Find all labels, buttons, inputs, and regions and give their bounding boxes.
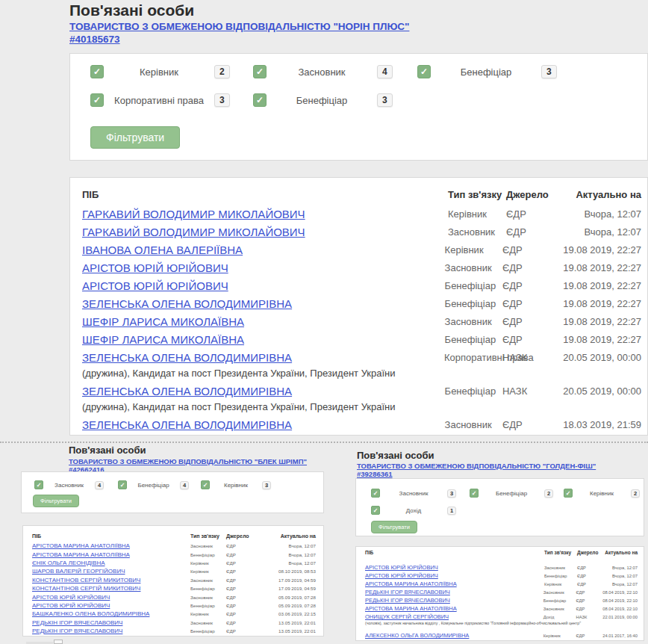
checkbox-checked-icon[interactable]: ✓ bbox=[253, 93, 267, 107]
person-link[interactable]: АРІСТОВ ЮРІЙ ЮРІЙОВИЧ bbox=[82, 261, 445, 274]
count-badge: 4 bbox=[377, 65, 393, 78]
person-row: АРІСТОВ ЮРІЙ ЮРІЙОВИЧБенефіціарЄДР05.09 … bbox=[23, 601, 323, 610]
source: ЄДР bbox=[226, 628, 258, 634]
source: ЄДР bbox=[502, 419, 563, 430]
table-header: ПІБ Тип зв'язку Джерело Актуально на bbox=[70, 178, 647, 205]
source: НАЗК bbox=[576, 615, 602, 619]
person-link[interactable]: АРІСТОВА МАРИНА АНАТОЛІЇВНА bbox=[32, 542, 190, 549]
checkbox-checked-icon[interactable]: ✓ bbox=[470, 489, 479, 498]
checkbox-checked-icon[interactable]: ✓ bbox=[90, 65, 104, 78]
person-link[interactable]: ГАРКАВИЙ ВОЛОДИМИР МИКОЛАЙОВИЧ bbox=[82, 226, 448, 238]
filter-item: ✓ Засновник 4 bbox=[34, 480, 104, 489]
checkbox-checked-icon[interactable]: ✓ bbox=[201, 480, 210, 489]
filter-label: Засновник bbox=[267, 66, 377, 78]
person-link[interactable]: АРІСТОВА МАРИНА АНАТОЛІЇВНА bbox=[365, 605, 543, 612]
company-link[interactable]: ТОВАРИСТВО З ОБМЕЖЕНОЮ ВІДПОВІДАЛЬНІСТЮ … bbox=[69, 457, 307, 465]
filter-button[interactable]: Фільтрувати bbox=[33, 495, 79, 507]
count-badge: 4 bbox=[180, 481, 189, 489]
person-link[interactable]: АРІСТОВ ЮРІЙ ЮРІЙОВИЧ bbox=[365, 564, 544, 571]
person-row: АРІСТОВ ЮРІЙ ЮРІЙОВИЧЗасновникЄДРВчора, … bbox=[356, 563, 644, 572]
person-link[interactable]: ЗЕЛЕНСЬКА ОЛЕНА ВОЛОДИМИРІВНА bbox=[82, 297, 445, 310]
person-link[interactable]: РЕДЬКІН ІГОР ВЯЧЕСЛАВОВИЧ bbox=[32, 619, 190, 626]
checkbox-checked-icon[interactable]: ✓ bbox=[253, 65, 267, 78]
checkbox-checked-icon[interactable]: ✓ bbox=[118, 480, 127, 489]
person-link[interactable]: ЄНІК ОЛЬГА ЛЕОНІДІВНА bbox=[32, 560, 190, 566]
company-id-link[interactable]: #40185673 bbox=[69, 34, 120, 45]
source: ЄДР bbox=[577, 566, 604, 570]
filter-label: Керівник bbox=[210, 482, 262, 489]
source: ЄДР bbox=[576, 598, 602, 603]
actual-date: 19.08 2019, 22:27 bbox=[563, 334, 641, 345]
person-link[interactable]: ЗЕЛЕНСЬКА ОЛЕНА ВОЛОДИМИРІВНА bbox=[82, 351, 444, 364]
count-badge: 4 bbox=[95, 481, 104, 489]
actual-date: 19.08 2019, 22:27 bbox=[563, 262, 641, 273]
filter-label: Засновник bbox=[380, 490, 447, 497]
checkbox-checked-icon[interactable]: ✓ bbox=[371, 489, 380, 498]
checkbox-checked-icon[interactable]: ✓ bbox=[417, 65, 431, 78]
filter-panel: ✓ Засновник 4 ✓ Бенефіціар 4 ✓ Керівник … bbox=[21, 471, 324, 513]
person-link[interactable]: БАШКАЛЕНКО ОЛЕНА ВОЛОДИМИРІВНА bbox=[32, 610, 190, 617]
checkbox-checked-icon[interactable]: ✓ bbox=[34, 480, 43, 489]
related-persons-page: Пов'язані особи ТОВАРИСТВО З ОБМЕЖЕНОЮ В… bbox=[0, 0, 648, 644]
filter-button[interactable]: Фільтрувати bbox=[90, 126, 180, 149]
person-row: АРІСТОВ ЮРІЙ ЮРІЙОВИЧЗасновникЄДР05.09 2… bbox=[23, 592, 323, 601]
person-link[interactable]: ШЕФІР ЛАРИСА МИКОЛАЇВНА bbox=[82, 315, 445, 328]
checkbox-checked-icon[interactable]: ✓ bbox=[564, 489, 573, 498]
relation-type: Бенефіціар bbox=[445, 334, 502, 345]
col-name: ПІБ bbox=[32, 533, 190, 539]
count-badge: 3 bbox=[214, 93, 230, 107]
col-type: Тип зв'язку bbox=[190, 533, 226, 539]
person-link[interactable]: АРІСТОВ ЮРІЙ ЮРІЙОВИЧ bbox=[365, 572, 544, 579]
relation-type: Засновник bbox=[448, 226, 506, 238]
person-link[interactable]: АРІСТОВА МАРИНА АНАТОЛІЇВНА bbox=[32, 551, 190, 558]
filter-label: Бенефіціар bbox=[267, 95, 377, 106]
person-link[interactable]: РЕДЬКІН ІГОР ВЯЧЕСЛАВОВИЧ bbox=[32, 628, 190, 634]
person-link[interactable]: АРІСТОВ ЮРІЙ ЮРІЙОВИЧ bbox=[32, 594, 190, 601]
person-link[interactable]: АЛЕКСЕНКО ОЛЬГА ВОЛОДИМИРІВНА bbox=[365, 632, 543, 639]
source: ЄДР bbox=[226, 595, 258, 600]
person-note: (дружина), Кандидат на пост Президента У… bbox=[70, 400, 647, 415]
checkbox-checked-icon[interactable]: ✓ bbox=[90, 93, 104, 107]
relation-type: Бенефіціар bbox=[190, 603, 226, 608]
partial-element bbox=[54, 640, 63, 644]
actual-date: Вчора, 12:07 bbox=[604, 566, 638, 570]
col-source: Джерело bbox=[506, 189, 567, 200]
person-row: ЗЕЛЕНСЬКА ОЛЕНА ВОЛОДИМИРІВНАБенефіціарЄ… bbox=[70, 294, 647, 312]
person-link[interactable]: ОНИЩУК СЕРГІЙ СЕРГІЙОВИЧ bbox=[365, 613, 543, 620]
person-link[interactable]: АРІСТОВ ЮРІЙ ЮРІЙОВИЧ bbox=[32, 602, 190, 609]
source: ЄДР bbox=[502, 316, 563, 327]
person-link[interactable]: ШЕФІР ЛАРИСА МИКОЛАЇВНА bbox=[82, 333, 445, 346]
col-source: Джерело bbox=[577, 550, 604, 555]
filter-button[interactable]: Фільтрувати bbox=[371, 521, 417, 533]
person-link[interactable]: РЕДЬКІН ІГОР ВЯЧЕСЛАВОВИЧ bbox=[365, 597, 543, 604]
actual-date: Вчора, 12:07 bbox=[258, 543, 316, 548]
person-link[interactable]: АРІСТОВА МАРИНА АНАТОЛІЇВНА bbox=[365, 580, 544, 587]
checkbox-checked-icon[interactable]: ✓ bbox=[371, 506, 380, 515]
actual-date: 08.04 2019, 22:10 bbox=[602, 598, 638, 603]
person-link[interactable]: ІВАНОВА ОЛЕНА ВАЛЕРІЇВНА bbox=[82, 244, 445, 256]
person-link[interactable]: ШАРОВ ВАЛЕРІЙ ГЕОРГІЙОВИЧ bbox=[32, 568, 190, 575]
person-link[interactable]: ЗЕЛЕНСЬКА ОЛЕНА ВОЛОДИМИРІВНА bbox=[82, 385, 445, 397]
relation-type: Засновник bbox=[543, 590, 576, 595]
person-link[interactable]: ЗЕЛЕНСЬКА ОЛЕНА ВОЛОДИМИРІВНА bbox=[82, 418, 445, 431]
relation-type: Дохід bbox=[543, 615, 576, 619]
company-link[interactable]: ТОВАРИСТВО З ОБМЕЖЕНОЮ ВІДПОВІДАЛЬНІСТЮ … bbox=[69, 21, 409, 32]
company-id-link[interactable]: #39286361 bbox=[357, 470, 393, 478]
person-link[interactable]: КОНСТАНТІНОВ СЕРГІЙ МИКИТОВИЧ bbox=[32, 577, 190, 583]
company-link[interactable]: ТОВАРИСТВО З ОБМЕЖЕНОЮ ВІДПОВІДАЛЬНІСТЮ … bbox=[357, 462, 596, 470]
person-row: КОНСТАНТІНОВ СЕРГІЙ МИКИТОВИЧБенефіціарЄ… bbox=[23, 584, 323, 592]
actual-date: 19.08 2019, 22:27 bbox=[563, 280, 641, 291]
person-link[interactable]: РЕДЬКІН ІГОР ВЯЧЕСЛАВОВИЧ bbox=[365, 589, 543, 595]
relation-type: Засновник bbox=[445, 316, 502, 327]
person-link[interactable]: АРІСТОВ ЮРІЙ ЮРІЙОВИЧ bbox=[82, 279, 445, 292]
person-row: БАШКАЛЕНКО ОЛЕНА ВОЛОДИМИРІВНАКерівникЄД… bbox=[23, 610, 323, 618]
person-link[interactable]: ГАРКАВИЙ ВОЛОДИМИР МИКОЛАЙОВИЧ bbox=[82, 208, 448, 220]
actual-date: 08.04 2019, 22:10 bbox=[602, 607, 638, 611]
person-row: ЗЕЛЕНСЬКА ОЛЕНА ВОЛОДИМИРІВНАЗасновникЄД… bbox=[70, 415, 647, 433]
page-title: Пов'язані особи bbox=[69, 1, 194, 19]
person-link[interactable]: КОНСТАНТІНОВ СЕРГІЙ МИКИТОВИЧ bbox=[32, 585, 190, 592]
col-name: ПІБ bbox=[82, 189, 448, 200]
relation-type: Засновник bbox=[543, 607, 576, 611]
actual-date: 13.05 2019, 22:01 bbox=[258, 620, 316, 625]
relation-type: Бенефіціар bbox=[190, 628, 226, 634]
